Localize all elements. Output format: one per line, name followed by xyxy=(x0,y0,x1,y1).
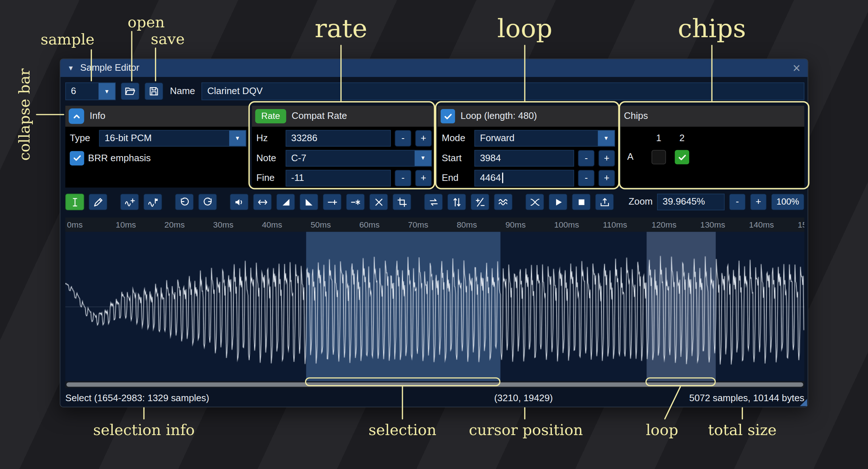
filter-button[interactable] xyxy=(494,194,513,210)
loop-start-input[interactable]: 3984 xyxy=(474,150,574,166)
waveform-area[interactable] xyxy=(65,232,804,381)
info-panel-body: Type 16-bit PCM ▼ BRR emphasis xyxy=(65,127,250,187)
sample-editor-window: ▼ Sample Editor × 6 ▼ Name Clarinet DQV xyxy=(60,59,808,407)
ruler: 0ms10ms20ms30ms40ms50ms60ms70ms80ms90ms1… xyxy=(65,217,804,232)
fine-plus-button[interactable]: + xyxy=(415,170,432,186)
total-size-text: 5072 samples, 10144 bytes xyxy=(689,393,804,404)
loop-end-input[interactable]: 4464 xyxy=(474,170,574,186)
crossfade-icon xyxy=(529,197,540,207)
redo-button[interactable] xyxy=(198,194,217,210)
zoom-in-button[interactable]: + xyxy=(750,194,767,210)
fade-out-icon xyxy=(304,197,314,207)
check-icon xyxy=(677,152,687,162)
draw-icon xyxy=(93,197,103,207)
zoom-out-button[interactable]: - xyxy=(729,194,746,210)
import-button[interactable] xyxy=(595,194,614,210)
status-bar: Select (1654-2983: 1329 samples) (3210, … xyxy=(65,390,804,407)
name-label: Name xyxy=(168,86,197,97)
insert-silence-icon xyxy=(327,197,337,207)
sign-invert-button[interactable] xyxy=(471,194,490,210)
open-button[interactable] xyxy=(121,82,140,100)
loop-start-minus-button[interactable]: - xyxy=(578,150,595,166)
ruler-tick: 110ms xyxy=(603,220,627,229)
info-panel-title: Info xyxy=(90,111,105,121)
zoom-value: 39.9645% xyxy=(663,197,705,208)
delete-button[interactable] xyxy=(369,194,388,210)
titlebar: ▼ Sample Editor × xyxy=(60,59,807,77)
waveform-canvas[interactable] xyxy=(65,232,804,381)
chevron-down-icon[interactable]: ▼ xyxy=(99,83,115,100)
invert-icon xyxy=(451,197,462,207)
reverse-icon xyxy=(428,197,439,207)
note-dropdown[interactable]: C-7 ▼ xyxy=(286,150,432,166)
fade-in-button[interactable] xyxy=(276,194,295,210)
chevron-down-icon[interactable]: ▼ xyxy=(598,130,615,146)
mode-label: Mode xyxy=(442,132,471,143)
loop-end-label: End xyxy=(442,173,471,183)
loop-panel: Loop (length: 480) Mode Forward ▼ Start … xyxy=(437,106,618,188)
loop-end-value: 4464 xyxy=(480,173,501,183)
sample-number-combo[interactable]: 6 ▼ xyxy=(65,82,116,100)
hz-minus-button[interactable]: - xyxy=(395,130,412,147)
fine-minus-button[interactable]: - xyxy=(395,170,412,186)
undo-button[interactable] xyxy=(175,194,194,210)
zoom-reset-button[interactable]: 100% xyxy=(771,194,804,210)
chevron-down-icon[interactable]: ▼ xyxy=(414,150,431,166)
zoom-input[interactable]: 39.9645% xyxy=(657,194,725,210)
reverse-button[interactable] xyxy=(424,194,443,210)
hz-input[interactable]: 33286 xyxy=(286,130,391,147)
trim-icon xyxy=(397,197,407,207)
preview-button[interactable] xyxy=(549,194,568,210)
ruler-tick: 130ms xyxy=(700,220,725,229)
check-icon xyxy=(443,112,453,121)
window-resize-grip[interactable] xyxy=(800,399,807,406)
loop-panel-header: Loop (length: 480) xyxy=(437,106,618,127)
fine-value: -11 xyxy=(291,173,304,183)
chip-a-1-checkbox[interactable] xyxy=(652,150,666,164)
loop-end-minus-button[interactable]: - xyxy=(578,170,595,186)
chip-a-2-checkbox[interactable] xyxy=(675,150,689,164)
hz-plus-button[interactable]: + xyxy=(415,130,432,147)
ruler-tick: 70ms xyxy=(408,220,428,229)
fine-input[interactable]: -11 xyxy=(286,170,391,186)
text-caret xyxy=(502,173,503,183)
ruler-tick: 140ms xyxy=(749,220,774,229)
name-input[interactable]: Clarinet DQV xyxy=(202,82,805,100)
toolbar-group xyxy=(120,194,162,210)
amplify-button[interactable] xyxy=(230,194,249,210)
loop-enable-checkbox[interactable] xyxy=(441,109,455,123)
loop-start-plus-button[interactable]: + xyxy=(598,150,615,166)
loop-end-plus-button[interactable]: + xyxy=(598,170,615,186)
insert-silence-button[interactable] xyxy=(323,194,342,210)
close-icon[interactable]: × xyxy=(793,61,801,74)
resample-button[interactable] xyxy=(143,194,162,210)
type-dropdown[interactable]: 16-bit PCM ▼ xyxy=(99,130,247,147)
trim-button[interactable] xyxy=(393,194,412,210)
select-button[interactable] xyxy=(65,194,84,210)
scrollbar-thumb[interactable] xyxy=(66,382,803,387)
chips-panel: Chips 1 2 A xyxy=(621,106,805,188)
loop-mode-dropdown[interactable]: Forward ▼ xyxy=(474,130,615,147)
invert-button[interactable] xyxy=(447,194,466,210)
collapse-bar-button[interactable] xyxy=(69,108,84,124)
chevron-down-icon[interactable]: ▼ xyxy=(229,130,246,146)
fade-out-button[interactable] xyxy=(300,194,319,210)
draw-button[interactable] xyxy=(89,194,108,210)
crossfade-button[interactable] xyxy=(525,194,544,210)
waveform-scrollbar[interactable] xyxy=(65,381,804,388)
ruler-tick: 10ms xyxy=(116,220,136,229)
save-button[interactable] xyxy=(144,82,163,100)
resize-icon xyxy=(124,197,135,207)
loop-panel-title: Loop (length: 480) xyxy=(460,111,537,121)
sign-invert-icon xyxy=(475,197,485,207)
normalize-icon xyxy=(257,197,268,207)
window-collapse-icon[interactable]: ▼ xyxy=(67,64,74,72)
loop-start-value: 3984 xyxy=(480,152,501,163)
apply-silence-button[interactable] xyxy=(346,194,365,210)
normalize-button[interactable] xyxy=(253,194,272,210)
stop-preview-button[interactable] xyxy=(572,194,591,210)
rate-badge-button[interactable]: Rate xyxy=(255,109,286,123)
brr-emphasis-label: BRR emphasis xyxy=(88,152,151,163)
resize-button[interactable] xyxy=(120,194,139,210)
brr-emphasis-checkbox[interactable] xyxy=(70,151,84,165)
